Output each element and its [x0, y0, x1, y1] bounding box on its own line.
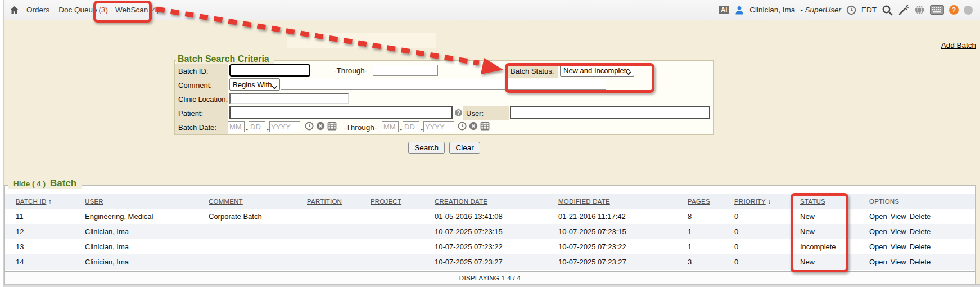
cell-project	[366, 209, 430, 224]
delete-link[interactable]: Delete	[910, 212, 931, 221]
patient-input[interactable]	[229, 106, 453, 119]
timezone-label: EDT	[861, 6, 877, 14]
open-link[interactable]: Open	[869, 227, 887, 236]
clock-icon[interactable]	[846, 5, 856, 15]
cell-options: OpenViewDelete	[865, 239, 975, 254]
column-header-project: PROJECT	[366, 194, 430, 209]
cell-status: New	[796, 224, 865, 239]
cell-user: Clinician, Ima	[80, 254, 204, 270]
batch-status-select[interactable]: New and Incomplete	[560, 64, 634, 77]
cell-pages: 3	[683, 254, 730, 270]
comment-operator-select[interactable]: Begins With	[229, 78, 280, 91]
cell-project	[366, 254, 430, 270]
search-button[interactable]: Search	[408, 142, 445, 154]
cell-options: OpenViewDelete	[865, 224, 975, 239]
delete-link[interactable]: Delete	[910, 243, 931, 251]
cell-batch-id: 12	[5, 224, 80, 239]
nav-item-webscan[interactable]: WebScan (4)	[115, 6, 159, 14]
batch-date-to-day-input[interactable]	[403, 121, 419, 132]
date-separator: -	[267, 125, 269, 133]
delete-link[interactable]: Delete	[910, 227, 931, 236]
user-icon	[734, 5, 744, 15]
nav-item-doc-queue[interactable]: Doc Queue (3)	[58, 6, 108, 14]
date-separator: -	[400, 125, 402, 133]
view-link[interactable]: View	[891, 227, 906, 236]
cell-pages: 1	[683, 239, 730, 254]
comment-input[interactable]	[281, 79, 606, 90]
patient-help-icon[interactable]: ?	[455, 109, 462, 116]
clear-date-icon[interactable]	[469, 122, 478, 131]
batch-date-from-month-input[interactable]	[228, 121, 245, 132]
keyboard-icon[interactable]	[930, 5, 944, 15]
search-icon[interactable]	[882, 5, 893, 16]
batch-date-to-month-input[interactable]	[382, 121, 399, 132]
hide-batches-link[interactable]: Hide ( 4 )	[13, 180, 46, 188]
column-header-options: OPTIONS	[865, 194, 975, 209]
cell-modified-date: 10-07-2025 07:23:15	[554, 224, 683, 239]
batch-table: BATCH ID ↑ USER COMMENT PARTITION PROJEC…	[5, 194, 975, 270]
column-header-priority: PRIORITY ↓	[730, 194, 796, 209]
table-row: 13 Clinician, Ima 10-07-2025 07:23:22 10…	[5, 239, 975, 254]
ai-badge[interactable]: AI	[719, 6, 729, 14]
user-role: - SuperUser	[800, 6, 841, 14]
cell-comment: Corporate Batch	[204, 209, 302, 224]
view-link[interactable]: View	[891, 258, 906, 266]
column-header-batch-id: BATCH ID ↑	[5, 194, 80, 209]
criteria-actions: Search Clear	[174, 142, 714, 154]
user-input[interactable]	[510, 106, 710, 119]
batch-id-from-input[interactable]	[229, 64, 310, 77]
clear-button[interactable]: Clear	[449, 142, 480, 154]
cell-pages: 8	[683, 209, 730, 224]
batch-id-to-input[interactable]	[373, 65, 438, 76]
calendar-icon[interactable]	[480, 121, 489, 130]
calendar-icon[interactable]	[327, 121, 336, 130]
wand-icon[interactable]	[898, 5, 909, 16]
cell-creation-date: 10-07-2025 07:23:27	[430, 254, 554, 270]
sort-asc-icon: ↑	[48, 198, 52, 205]
webscan-batch-page: Orders Doc Queue (3) WebScan (4) AI Clin…	[0, 0, 980, 287]
status-indicator-icon	[964, 6, 973, 15]
column-header-status: STATUS	[796, 194, 865, 209]
batch-id-through-label: -Through-	[334, 66, 367, 75]
view-link[interactable]: View	[891, 212, 906, 221]
cell-comment	[204, 224, 302, 239]
cell-options: OpenViewDelete	[865, 254, 975, 270]
batch-status-label: Batch Status:	[508, 64, 558, 78]
view-link[interactable]: View	[891, 243, 906, 251]
batch-results-panel: Hide ( 4 ) Batch BATCH ID ↑ USER COMMENT…	[4, 185, 976, 284]
cell-priority: 0	[730, 224, 796, 239]
batch-date-from-day-input[interactable]	[249, 121, 265, 132]
delete-link[interactable]: Delete	[910, 258, 931, 266]
cell-creation-date: 10-07-2025 07:23:22	[430, 239, 554, 254]
clinic-location-input[interactable]	[229, 93, 349, 104]
comment-label: Comment:	[175, 78, 228, 92]
open-link[interactable]: Open	[869, 212, 887, 221]
cell-user: Engineering, Medical	[80, 209, 204, 224]
batch-date-to-year-input[interactable]	[423, 121, 454, 132]
cell-partition	[302, 224, 366, 239]
cell-options: OpenViewDelete	[865, 209, 975, 224]
globe-icon[interactable]	[914, 5, 925, 15]
batch-date-from-year-input[interactable]	[269, 121, 300, 132]
open-link[interactable]: Open	[869, 243, 887, 251]
home-icon[interactable]	[10, 6, 19, 15]
column-header-modified-date: MODIFIED DATE	[554, 194, 683, 209]
horizontal-scrollbar[interactable]	[4, 284, 980, 287]
table-row: 12 Clinician, Ima 10-07-2025 07:23:15 10…	[5, 224, 975, 239]
nav-item-orders[interactable]: Orders	[26, 6, 51, 14]
clear-date-icon[interactable]	[316, 122, 325, 131]
nav-item-label: Orders	[26, 6, 49, 14]
cell-creation-date: 10-07-2025 07:23:15	[430, 224, 554, 239]
column-header-partition: PARTITION	[302, 194, 366, 209]
table-header-row: BATCH ID ↑ USER COMMENT PARTITION PROJEC…	[5, 194, 975, 209]
cell-project	[366, 224, 430, 239]
open-link[interactable]: Open	[869, 258, 887, 266]
help-icon[interactable]: ?	[949, 5, 959, 15]
add-batch-link[interactable]: Add Batch	[941, 41, 976, 50]
cell-project	[366, 239, 430, 254]
batch-date-label: Batch Date:	[175, 120, 228, 134]
batch-date-through-label: -Through-	[344, 123, 377, 132]
date-separator: -	[246, 125, 248, 133]
time-picker-icon[interactable]	[458, 122, 467, 131]
time-picker-icon[interactable]	[305, 122, 314, 131]
